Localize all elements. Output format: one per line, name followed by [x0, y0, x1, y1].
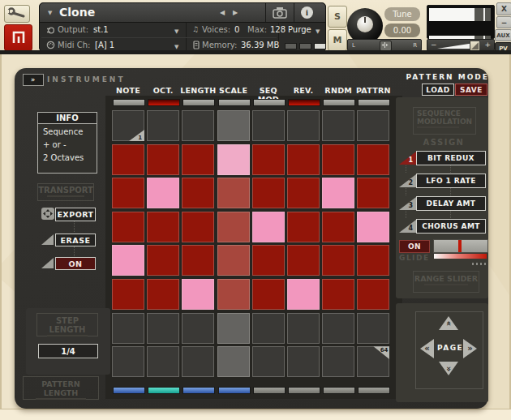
- step-cell-r2c7[interactable]: [322, 144, 354, 175]
- step-cell-r6c5[interactable]: [252, 279, 285, 310]
- volume-slider[interactable]: − +: [427, 39, 495, 51]
- column-mode-bar[interactable]: [253, 99, 286, 106]
- step-cell-r1c4[interactable]: [217, 110, 250, 141]
- step-cell-r4c8[interactable]: [357, 212, 389, 242]
- column-mode-bar[interactable]: [148, 99, 180, 106]
- aux-button[interactable]: AUX: [495, 29, 511, 41]
- step-cell-r4c4[interactable]: [217, 212, 250, 242]
- step-cell-r1c3[interactable]: [182, 110, 214, 141]
- step-cell-r6c2[interactable]: [147, 279, 179, 310]
- column-mode-bar[interactable]: [288, 99, 320, 106]
- step-cell-r3c8[interactable]: [357, 178, 389, 208]
- step-cell-r4c7[interactable]: [322, 212, 354, 242]
- pattern-length-bar[interactable]: [218, 387, 251, 394]
- purge-button[interactable]: Purge: [288, 25, 311, 34]
- step-cell-r1c8[interactable]: [357, 110, 389, 141]
- assign-slot-1-button[interactable]: BIT REDUX: [416, 151, 486, 165]
- glide-on-button[interactable]: ON: [399, 240, 430, 253]
- column-mode-bar[interactable]: [182, 99, 215, 106]
- step-cell-r8c1[interactable]: [112, 346, 144, 377]
- step-cell-r7c4[interactable]: [217, 313, 250, 344]
- browser-toggle-button[interactable]: »: [23, 74, 44, 86]
- pan-slider[interactable]: L R: [347, 39, 422, 51]
- step-cell-r5c7[interactable]: [322, 245, 354, 276]
- step-cell-r3c4[interactable]: [217, 178, 250, 208]
- instrument-dropdown-caret[interactable]: ▼: [48, 10, 52, 16]
- step-cell-r7c2[interactable]: [147, 313, 179, 344]
- mute-button[interactable]: M: [328, 29, 347, 51]
- step-cell-r6c4[interactable]: [217, 279, 250, 310]
- export-button[interactable]: EXPORT: [55, 208, 96, 221]
- step-cell-r8c3[interactable]: [182, 346, 214, 377]
- step-cell-r8c2[interactable]: [147, 346, 179, 377]
- assign-slot-4-button[interactable]: CHORUS AMT: [416, 219, 486, 234]
- output-value[interactable]: st.1: [93, 25, 109, 34]
- sequencer-on-button[interactable]: ON: [55, 257, 96, 270]
- step-cell-r6c1[interactable]: [112, 279, 144, 310]
- pattern-length-bar[interactable]: [253, 387, 286, 394]
- assign-slot-2-button[interactable]: LFO 1 RATE: [416, 174, 486, 188]
- step-cell-r3c7[interactable]: [322, 178, 354, 208]
- step-cell-r2c8[interactable]: [357, 144, 389, 175]
- step-cell-r2c5[interactable]: [252, 144, 285, 175]
- step-cell-r1c7[interactable]: [322, 110, 354, 141]
- output-dropdown-caret[interactable]: ▼: [174, 28, 178, 35]
- info-button[interactable]: i: [301, 6, 313, 19]
- column-mode-bar[interactable]: [323, 99, 355, 106]
- step-cell-r6c8[interactable]: [357, 279, 389, 310]
- purge-dropdown-caret[interactable]: ▼: [316, 28, 320, 35]
- step-cell-r5c5[interactable]: [252, 245, 285, 276]
- pattern-save-button[interactable]: SAVE: [455, 84, 487, 96]
- volume-minus-label[interactable]: −: [431, 41, 437, 49]
- step-cell-r4c6[interactable]: [287, 212, 320, 242]
- step-cell-r4c1[interactable]: [112, 212, 144, 242]
- step-cell-r8c6[interactable]: [287, 346, 320, 377]
- pattern-length-bar[interactable]: [113, 387, 145, 394]
- midi-channel-value[interactable]: [A] 1: [95, 41, 114, 49]
- pattern-load-button[interactable]: LOAD: [422, 84, 454, 96]
- minimize-button[interactable]: −: [496, 16, 511, 28]
- tune-value-pill[interactable]: 0.00: [384, 24, 420, 37]
- next-instrument-arrow[interactable]: ▶: [233, 9, 238, 16]
- export-drag-icon[interactable]: [41, 208, 54, 220]
- wrench-button[interactable]: [4, 5, 30, 23]
- column-mode-bar[interactable]: [358, 99, 390, 106]
- step-cell-r5c1[interactable]: [112, 245, 144, 276]
- glide-slider[interactable]: [433, 239, 488, 253]
- step-cell-r3c3[interactable]: [182, 178, 214, 208]
- step-cell-r7c7[interactable]: [322, 313, 354, 344]
- step-cell-r6c6[interactable]: [287, 279, 320, 310]
- pattern-length-bar[interactable]: [358, 387, 390, 394]
- step-cell-r2c6[interactable]: [287, 144, 320, 175]
- step-cell-r8c5[interactable]: [252, 346, 285, 377]
- step-cell-r3c5[interactable]: [252, 178, 285, 208]
- instrument-logo-button[interactable]: [4, 24, 32, 51]
- step-cell-r2c4[interactable]: [217, 144, 250, 175]
- step-cell-r1c1[interactable]: 1: [112, 110, 144, 141]
- step-cell-r2c2[interactable]: [147, 144, 179, 175]
- step-cell-r7c6[interactable]: [287, 313, 320, 344]
- prev-instrument-arrow[interactable]: ◀: [220, 9, 225, 16]
- step-cell-r2c1[interactable]: [112, 144, 144, 175]
- step-cell-r1c2[interactable]: [147, 110, 179, 141]
- step-cell-r5c3[interactable]: [182, 245, 214, 276]
- step-cell-r5c4[interactable]: [217, 245, 250, 276]
- step-cell-r5c6[interactable]: [287, 245, 320, 276]
- step-cell-r4c5[interactable]: [252, 212, 285, 242]
- step-cell-r3c1[interactable]: [112, 178, 144, 208]
- pattern-length-bar[interactable]: [288, 387, 320, 394]
- pattern-length-bar[interactable]: [323, 387, 355, 394]
- assign-slot-3-button[interactable]: DELAY AMT: [416, 196, 486, 211]
- step-cell-r4c2[interactable]: [147, 212, 179, 242]
- midi-dropdown-caret[interactable]: ▼: [174, 44, 178, 50]
- pattern-length-bar[interactable]: [148, 387, 180, 394]
- volume-plus-label[interactable]: +: [484, 41, 491, 49]
- step-cell-r1c6[interactable]: [287, 110, 320, 141]
- step-cell-r7c3[interactable]: [182, 313, 214, 344]
- step-cell-r8c8[interactable]: 64: [357, 346, 389, 377]
- erase-button[interactable]: ERASE: [55, 234, 96, 246]
- step-cell-r7c5[interactable]: [252, 313, 285, 344]
- step-cell-r2c3[interactable]: [182, 144, 214, 175]
- step-cell-r5c8[interactable]: [357, 245, 389, 276]
- step-cell-r7c8[interactable]: [357, 313, 389, 344]
